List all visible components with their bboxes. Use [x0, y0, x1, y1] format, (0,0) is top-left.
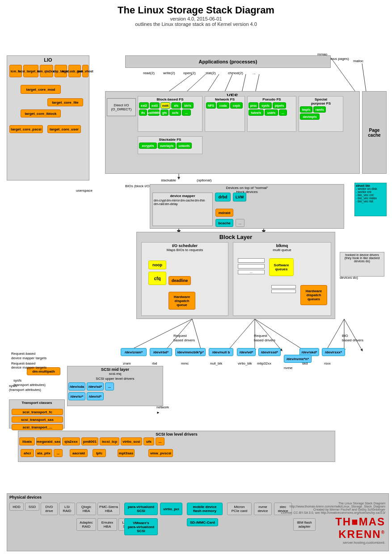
hw-dispatch-queue-box: Hardwaredispatchqueue [169, 292, 195, 310]
dots-pseudo-box: ... [279, 109, 287, 116]
description-text: outlines the Linux storage stack as of K… [4, 21, 388, 27]
svg-line-72 [255, 319, 282, 350]
scsi-upper-label: SCSI upper level drivers [67, 377, 163, 381]
dev-rbd-box: /dev/rbd* [150, 348, 172, 356]
direct-io-box: Direct I/O(O_DIRECT) [107, 98, 136, 116]
proc-box: proc [249, 102, 258, 109]
dev-rsxx-box: /dev/rsxx* [322, 348, 345, 356]
write-label: write(2) [163, 71, 175, 75]
pseudo-fs-container: Pseudo FS proc sysfs pipefs futexfs usbf… [247, 96, 296, 132]
device-mapper-inner: device mapper dm-crypt dm-mirror dm-cach… [152, 193, 213, 226]
svg-text:►: ► [156, 411, 160, 415]
optional-label: (optional) [197, 178, 211, 182]
ssd-box: SSD [25, 503, 39, 511]
dm-crypt-label: dm-crypt [154, 199, 166, 202]
svg-line-69 [192, 319, 201, 350]
footer-tagline: server.hosting.customized. [281, 541, 385, 545]
ata-piix-box: ata_piix [35, 449, 52, 457]
lpfc-box: lpfc [93, 449, 106, 457]
svg-text:BIO: BIO [342, 334, 348, 338]
adaptec-raid-box: AdaptecRAID [76, 518, 96, 531]
virtio-scsi-box: virtio_scsi [121, 437, 142, 445]
dots-fs-box: ... [182, 109, 191, 116]
applications-label: Applications (processes) [199, 59, 257, 64]
lio-label: LIO [7, 57, 89, 63]
tmpfs-box: tmpfs [300, 106, 312, 113]
dev-rssd-box: /dev/rssd* [258, 348, 281, 356]
megaraid-box: megaraid_sas [36, 437, 61, 445]
svg-text:Request: Request [254, 334, 268, 338]
ext2-box: ext2 [139, 102, 149, 109]
xfs-box: xfs [171, 102, 181, 109]
scsi-mid-label: SCSI mid layer [67, 367, 163, 372]
unionfs-box: unionfs [177, 143, 192, 149]
svg-text:malloc: malloc [353, 59, 363, 63]
ecryptfs-box: ecryptfs [139, 143, 157, 149]
lio-container: LIO tcm_fc iscsi_target_mod tcm_qla2xxx … [7, 55, 89, 180]
target-core-file-box: target_core_file [47, 98, 83, 106]
logo-krenn: KRENN® [338, 528, 385, 540]
aacraid-box: aacraid [70, 449, 88, 457]
svg-text:userspace: userspace [76, 189, 93, 193]
dm-raid-label: dm-raid [154, 202, 164, 206]
dev-zram-box: /dev/zram* [121, 348, 147, 356]
stat-label: stat(2) [206, 71, 216, 75]
virtio-pci-box: virtio_pci [160, 503, 182, 515]
usbfs-box: usbfs [265, 109, 278, 116]
vfs-container: VFS Direct I/O(O_DIRECT) Block-based FS … [105, 91, 360, 174]
dots-low-box: ... [156, 437, 164, 445]
target-core-user-box: target_core_user [47, 125, 81, 133]
mdraid-box: mdraid [215, 209, 233, 217]
iscsi-tcp-box: iscsi_tcp [100, 437, 119, 445]
emulex-hba-box: EmulexHBA [97, 518, 117, 531]
svg-line-67 [130, 319, 192, 350]
scsi-transport-dots-box: scsi_transport_... [12, 424, 63, 430]
svg-text:based drivers: based drivers [254, 338, 275, 342]
mobile-device-box: mobile deviceflash memory [187, 503, 223, 515]
logo-thomas: TH■MAS [335, 516, 385, 528]
svg-line-68 [165, 319, 192, 350]
stackable-fs-boxes: ecryptfs overlayfs unionfs [138, 142, 202, 150]
rsxx-label: rsxx [324, 361, 331, 365]
ufs-low-box: ufs [143, 437, 154, 445]
qla2xxx-box: qla2xxx [62, 437, 80, 445]
iscsi-target-box: iscsi_target_mod [23, 65, 38, 77]
qlogic-box: QlogicHBA [76, 503, 96, 515]
scsi-transport-sas-box: scsi_transport_sas [12, 416, 63, 423]
skd-label: skd [302, 361, 308, 365]
scsi-transport-fc-box: scsi_transport_fc [12, 409, 63, 415]
scsi-mq-label: scsi-mq [67, 372, 163, 376]
dots-label: ... [253, 71, 256, 75]
svg-text:sysfs: sysfs [13, 378, 21, 382]
block-layer-container: Block Layer I/O scheduler Maps BIOs to r… [136, 232, 335, 319]
cfq-box: cfq [148, 272, 166, 285]
gfs-box: gfs [160, 109, 169, 116]
scsi-mid-container: SCSI mid layer scsi-mq SCSI upper level … [67, 366, 163, 406]
pseudo-fs-label: Pseudo FS [248, 97, 296, 101]
para-virt-scsi-box: para-virtualizedSCSI [124, 503, 158, 515]
futexfs-box: futexfs [249, 109, 264, 116]
dev-sr-box: /dev/sr* [68, 392, 85, 400]
mtip32xx-label: mtip32xx [257, 361, 271, 365]
scsi-dev-boxes: /dev/sda /dev/sd* ... [67, 382, 163, 391]
hooked-drivers-box: hooked in device drivers(they hook in li… [340, 252, 384, 277]
rbd-label: rbd [152, 361, 157, 365]
svg-text:Request-based: Request-based [11, 352, 35, 356]
scsi-low-label: SCSI low level drivers [18, 432, 335, 436]
sysfs-label: sysfs(transport attributes) [9, 384, 41, 392]
target-core-iblock-box: target_core_iblock [21, 109, 61, 118]
ext3-box: ext3 [150, 102, 160, 109]
version-text: version 4.0, 2015-06-01 [4, 16, 388, 21]
device-mapper-label: device mapper [153, 194, 212, 198]
lvm-box: LVM [233, 193, 246, 201]
mmc-label: mmc [181, 361, 189, 365]
stackable-label: stackable [161, 178, 176, 182]
request-based-dm-label: Request-baseddevice mapper targets [11, 361, 46, 369]
nfs-box: NFS [206, 102, 216, 109]
nvme-device-box: nvmedevice [254, 503, 272, 515]
svg-line-74 [326, 319, 344, 350]
scsi-low-container: SCSI low level drivers libata megaraid_s… [18, 431, 335, 462]
dev-sda-box: /dev/sda [68, 382, 85, 390]
pmc-sierra-box: PMC-SierraHBA [97, 503, 120, 515]
sd-mmc-box: SD-/MMC-Card [187, 518, 218, 526]
